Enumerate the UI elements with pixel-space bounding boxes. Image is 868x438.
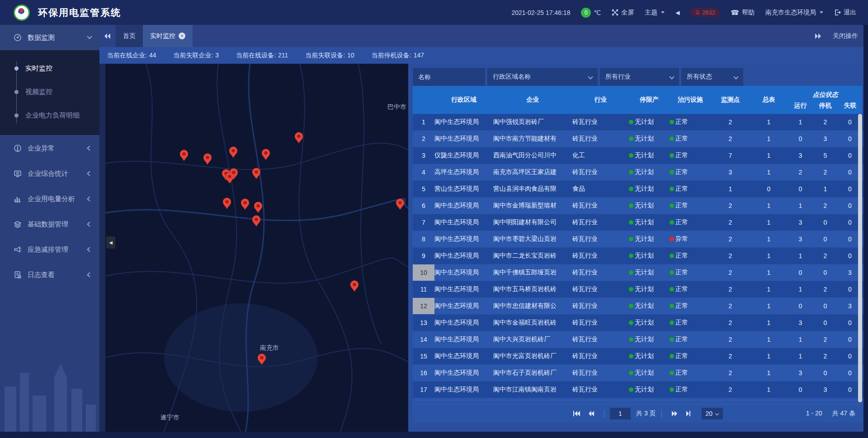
page-size-select[interactable]: 20 xyxy=(702,408,723,419)
name-search-input[interactable] xyxy=(413,68,485,86)
table-row[interactable]: 18 南部生态环境局 南部县砌华水泥有限公 建材加工 无计划 正常 2 1 0 … xyxy=(413,398,863,402)
table-row[interactable]: 6 阆中生态环境局 阆中市金博瑞新型墙材 砖瓦行业 无计划 正常 2 1 1 2… xyxy=(413,198,863,214)
table-row[interactable]: 8 阆中生态环境局 阆中市枣碧大梁山页岩 砖瓦行业 无计划 异常 2 1 3 0… xyxy=(413,231,863,247)
cell-points: 2 xyxy=(711,286,750,293)
prev-page-button[interactable] xyxy=(584,411,599,416)
logout-button[interactable]: 退出 xyxy=(834,9,856,17)
col-industry: 行业 xyxy=(572,86,629,114)
cell-facility-status: 正常 xyxy=(670,335,711,344)
left-gutter xyxy=(99,64,105,432)
table-header: 行政区域 企业 行业 停限产 治污设施 监测点 总表 点位状态 运行 停机 失联 xyxy=(413,86,862,114)
region-select[interactable]: 行政区域名称 xyxy=(487,68,598,86)
sidebar-item-企业用电量分析[interactable]: 企业用电量分析 xyxy=(0,186,99,212)
table-row[interactable]: 3 仪陇生态环境局 西南油气田分公司川中 化工 无计划 正常 7 1 3 5 0 xyxy=(413,147,863,164)
stat-value: 147 xyxy=(414,52,424,60)
cell-region: 阆中生态环境局 xyxy=(434,386,493,394)
table-row[interactable]: 1 阆中生态环境局 阆中强锐页岩砖厂 砖瓦行业 无计划 正常 2 1 1 2 0 xyxy=(413,114,863,130)
status-select[interactable]: 所有状态 xyxy=(681,68,743,86)
cell-stopped: 2 xyxy=(813,202,838,209)
table-row[interactable]: 7 阆中生态环境局 阆中明阳建材有限公司 砖瓦行业 无计划 正常 2 1 3 0… xyxy=(413,214,863,231)
table-row[interactable]: 12 阆中生态环境局 阆中市忠信建材有限公 砖瓦行业 无计划 正常 2 1 0 … xyxy=(413,298,863,314)
help-button[interactable]: ☎ 帮助 xyxy=(731,9,755,17)
cell-industry: 砖瓦行业 xyxy=(572,285,629,293)
sidebar-item-企业异常[interactable]: 企业异常 xyxy=(0,136,99,161)
table-row[interactable]: 14 阆中生态环境局 阆中大兴页岩机砖厂 砖瓦行业 无计划 正常 2 1 1 2… xyxy=(413,331,863,348)
temperature-indicator: 0 ℃ xyxy=(581,8,601,18)
logout-label: 退出 xyxy=(844,9,856,17)
tab-bar: 首页 实时监控 × 关闭操作 xyxy=(99,25,863,47)
status-dot xyxy=(629,320,633,325)
close-icon[interactable]: × xyxy=(179,33,185,39)
cell-region: 阆中生态环境局 xyxy=(434,135,493,143)
cell-industry: 砖瓦行业 xyxy=(572,168,629,176)
tabs-scroll-left-button[interactable] xyxy=(99,33,116,39)
chevron-left-icon xyxy=(87,272,92,277)
last-page-button[interactable] xyxy=(682,411,695,416)
next-page-button[interactable] xyxy=(667,411,682,416)
theme-dropdown[interactable]: 主题 xyxy=(645,9,665,17)
row-index: 13 xyxy=(413,319,434,326)
sidebar-item-应急减排管理[interactable]: 应急减排管理 xyxy=(0,237,99,262)
cell-running: 0 xyxy=(788,269,813,276)
table-row[interactable]: 16 阆中生态环境局 阆中市石子页岩机砖厂 砖瓦行业 无计划 正常 2 1 3 … xyxy=(413,365,863,381)
datetime-label: 2021-02-25 17:46:18 xyxy=(511,9,570,16)
sidebar-subitem-视频监控[interactable]: 视频监控 xyxy=(0,80,99,104)
status-dot xyxy=(629,203,633,208)
cell-points: 2 xyxy=(711,252,750,259)
cell-limit-status: 无计划 xyxy=(629,302,670,310)
sidebar-item-日志查看[interactable]: 日志查看 xyxy=(0,262,99,287)
cell-total: 1 xyxy=(750,286,788,293)
page-number-input[interactable] xyxy=(610,408,631,419)
tabs-scroll-right-button[interactable] xyxy=(810,33,826,39)
table-row[interactable]: 15 阆中生态环境局 阆中市光富页岩机砖厂 砖瓦行业 无计划 正常 2 1 1 … xyxy=(413,348,863,364)
sidebar-item-基础数据管理[interactable]: 基础数据管理 xyxy=(0,212,99,237)
table-row[interactable]: 11 阆中生态环境局 阆中市五马桥页岩机砖 砖瓦行业 无计划 正常 2 1 1 … xyxy=(413,281,863,297)
cell-region: 阆中生态环境局 xyxy=(434,202,493,210)
sidebar-subitem-企业电力负荷明细[interactable]: 企业电力负荷明细 xyxy=(0,104,99,127)
table-row[interactable]: 13 阆中生态环境局 阆中市金福旺页岩机砖 砖瓦行业 无计划 正常 2 1 3 … xyxy=(413,315,863,331)
cell-total: 1 xyxy=(750,302,788,310)
row-index: 14 xyxy=(413,336,434,343)
panel-collapse-button[interactable]: ◀ xyxy=(106,236,115,249)
industry-select[interactable]: 所有行业 xyxy=(600,68,679,86)
col-running: 运行 xyxy=(788,102,813,110)
cell-running: 1 xyxy=(788,353,813,360)
cell-facility-status: 正常 xyxy=(670,151,711,160)
table-row[interactable]: 5 营山生态环境局 营山县润丰肉食品有限 食品 无计划 正常 1 0 0 1 0 xyxy=(413,181,863,197)
cell-facility-status: 正常 xyxy=(670,218,711,226)
table-row[interactable]: 9 阆中生态环境局 阆中市二龙长宝页岩砖 砖瓦行业 无计划 正常 2 1 1 2… xyxy=(413,248,863,264)
sidebar-subitem-实时监控[interactable]: 实时监控 xyxy=(0,57,99,80)
cell-total: 1 xyxy=(750,202,788,209)
sidebar-item-企业综合统计[interactable]: 企业综合统计 xyxy=(0,161,99,186)
cell-industry: 砖瓦行业 xyxy=(572,302,629,310)
table-row[interactable]: 10 阆中生态环境局 阆中千佛镇五郎垭页岩 砖瓦行业 无计划 正常 2 1 0 … xyxy=(413,264,863,281)
table-scrollbar[interactable] xyxy=(858,114,862,402)
cell-points: 2 xyxy=(711,219,750,226)
tab-realtime-monitoring[interactable]: 实时监控 × xyxy=(143,25,193,47)
table-row[interactable]: 4 高坪生态环境局 南充市高坪区王家店建 砖瓦行业 无计划 正常 3 1 2 2… xyxy=(413,164,863,180)
cell-region: 营山生态环境局 xyxy=(434,185,493,193)
tab-home[interactable]: 首页 xyxy=(116,25,143,47)
fullscreen-button[interactable]: 全屏 xyxy=(612,9,634,17)
notification-badge[interactable]: 2632 xyxy=(690,8,720,17)
sound-button[interactable]: ◀ xyxy=(675,9,679,16)
table-row[interactable]: 17 阆中生态环境局 阆中市江南镇阆南页岩 砖瓦行业 无计划 正常 2 1 0 … xyxy=(413,381,863,398)
first-page-button[interactable] xyxy=(569,411,584,416)
status-dot xyxy=(629,287,633,292)
map-panel[interactable]: 巴中市南充市遂宁市 ◀ xyxy=(105,64,408,432)
cell-total: 1 xyxy=(750,118,788,126)
sidebar-item-label: 基础数据管理 xyxy=(28,220,68,229)
map-canvas[interactable]: 巴中市南充市遂宁市 xyxy=(105,64,408,432)
table-row[interactable]: 2 阆中生态环境局 阆中市南方节能建材有 砖瓦行业 无计划 正常 2 1 0 3… xyxy=(413,131,863,147)
chevron-down-icon xyxy=(87,34,92,39)
sidebar-group-data-monitoring[interactable]: 数据监测 xyxy=(0,25,99,50)
cell-running: 3 xyxy=(788,152,813,159)
cell-total: 1 xyxy=(750,135,788,142)
cell-region: 阆中生态环境局 xyxy=(434,302,493,310)
org-dropdown[interactable]: 南充市生态环境局 xyxy=(765,9,823,17)
logout-icon xyxy=(834,9,841,16)
main-area: 首页 实时监控 × 关闭操作 当前在线企业:44当前失联企业:3当前在线设备:2… xyxy=(99,25,863,432)
cell-stopped: 2 xyxy=(813,169,838,176)
close-operations-button[interactable]: 关闭操作 xyxy=(833,32,858,40)
log-icon xyxy=(14,271,22,279)
